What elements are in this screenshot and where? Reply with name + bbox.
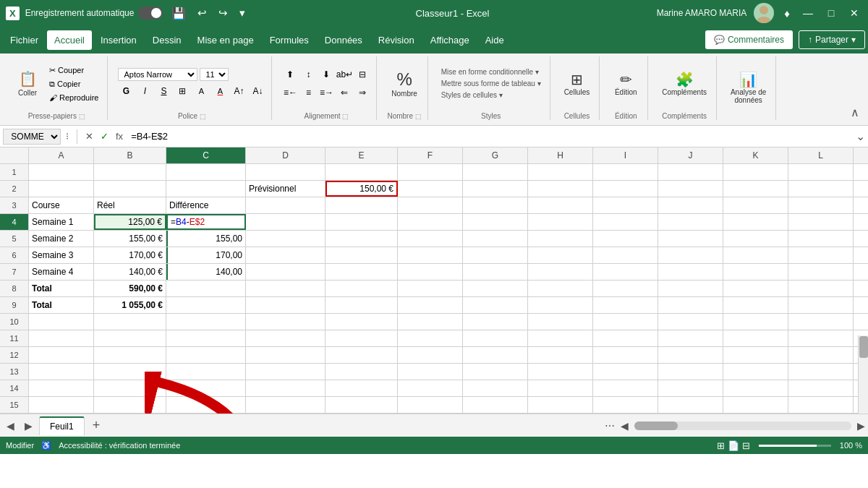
cell-d2[interactable]: Prévisionnel [246,181,326,197]
cell-styles-button[interactable]: Styles de cellules ▾ [438,90,544,100]
cell-e9[interactable] [326,297,398,313]
cell-b1[interactable] [94,164,166,180]
menu-donnees[interactable]: Données [318,30,370,50]
cell-d5[interactable] [246,231,326,247]
diamond-icon[interactable]: ♦ [781,6,793,21]
complements-button[interactable]: 🧩 Compléments [658,64,710,104]
cell-c1[interactable] [166,164,246,180]
cell-g6[interactable] [463,247,528,263]
cell-m4[interactable] [854,214,868,230]
col-header-m[interactable]: M [854,147,868,163]
cell-a4[interactable]: Semaine 1 [29,214,94,230]
menu-formules[interactable]: Formules [263,30,316,50]
cell-k1[interactable] [723,164,788,180]
partager-button[interactable]: ↑ Partager ▾ [799,30,865,49]
col-header-g[interactable]: G [463,147,528,163]
cell-e2[interactable]: 150,00 € [326,181,398,197]
merge-button[interactable]: ⊟ [354,67,370,82]
cell-a9[interactable]: Total [29,297,94,313]
couper-button[interactable]: ✂ Couper [46,64,101,77]
cell-m5[interactable] [854,231,868,247]
cell-h6[interactable] [528,247,593,263]
cell-m3[interactable] [854,197,868,213]
minimize-button[interactable]: — [800,5,816,21]
three-dot-menu[interactable]: ⋯ [605,420,615,432]
cell-b6[interactable]: 170,00 € [94,247,166,263]
cell-c8[interactable] [166,281,246,296]
col-header-d[interactable]: D [246,147,326,163]
menu-fichier[interactable]: Fichier [3,30,46,50]
align-top-button[interactable]: ⬆ [282,67,298,82]
cell-c3[interactable]: Différence [166,197,246,213]
col-header-b[interactable]: B [94,147,166,163]
cell-l3[interactable] [788,197,854,213]
cell-f7[interactable] [398,264,463,280]
cell-g5[interactable] [463,231,528,247]
align-center-button[interactable]: ≡ [300,85,316,100]
align-middle-button[interactable]: ↕ [300,67,316,82]
cell-b4[interactable]: 125,00 € [94,214,166,230]
cell-i8[interactable] [593,281,658,296]
cell-k4[interactable] [723,214,788,230]
cell-a8[interactable]: Total [29,281,94,296]
cell-b3[interactable]: Réel [94,197,166,213]
cell-i4[interactable] [593,214,658,230]
undo-icon[interactable]: ↩ [195,5,210,21]
cell-a7[interactable]: Semaine 4 [29,264,94,280]
cell-d9[interactable] [246,297,326,313]
cell-d7[interactable] [246,264,326,280]
cell-j3[interactable] [658,197,723,213]
cell-h9[interactable] [528,297,593,313]
cell-h1[interactable] [528,164,593,180]
scroll-thumb-vertical[interactable] [859,336,868,358]
cell-k2[interactable] [723,181,788,197]
row-num-1[interactable]: 1 [0,164,29,180]
fill-color-button[interactable]: A [193,83,209,99]
cell-h5[interactable] [528,231,593,247]
cell-j1[interactable] [658,164,723,180]
row-num-11[interactable]: 11 [0,330,29,346]
cell-k3[interactable] [723,197,788,213]
redo-icon[interactable]: ↪ [216,5,231,21]
col-header-h[interactable]: H [528,147,593,163]
cell-c2[interactable] [166,181,246,197]
cell-j6[interactable] [658,247,723,263]
col-header-i[interactable]: I [593,147,658,163]
cell-l5[interactable] [788,231,854,247]
scroll-left-icon[interactable]: ◀ [621,420,629,432]
cell-f1[interactable] [398,164,463,180]
cell-a3[interactable]: Course [29,197,94,213]
cell-k6[interactable] [723,247,788,263]
cell-l7[interactable] [788,264,854,280]
cell-i5[interactable] [593,231,658,247]
row-num-14[interactable]: 14 [0,380,29,396]
page-layout-icon[interactable]: 📄 [728,440,739,451]
cell-c5[interactable]: 155,00 [166,231,246,247]
cell-c7[interactable]: 140,00 [166,264,246,280]
cell-j8[interactable] [658,281,723,296]
cell-b7[interactable]: 140,00 € [94,264,166,280]
col-header-k[interactable]: K [723,147,788,163]
bold-button[interactable]: G [118,83,134,99]
cell-g1[interactable] [463,164,528,180]
cell-b5[interactable]: 155,00 € [94,231,166,247]
font-size-select[interactable]: 11 [200,68,229,81]
add-sheet-button[interactable]: + [88,416,106,435]
cell-g9[interactable] [463,297,528,313]
cell-c9[interactable] [166,297,246,313]
reproduire-button[interactable]: 🖌 Reproduire [46,92,101,103]
cell-l6[interactable] [788,247,854,263]
cell-j9[interactable] [658,297,723,313]
save-icon[interactable]: 💾 [169,5,189,22]
cell-l8[interactable] [788,281,854,296]
confirm-formula-icon[interactable]: ✓ [98,129,111,143]
cell-k9[interactable] [723,297,788,313]
text-wrap-button[interactable]: ab↵ [336,67,352,82]
cell-i7[interactable] [593,264,658,280]
cell-f8[interactable] [398,281,463,296]
cell-k8[interactable] [723,281,788,296]
conditional-format-button[interactable]: Mise en forme conditionnelle ▾ [438,67,544,77]
col-header-c[interactable]: C [166,147,246,163]
row-num-5[interactable]: 5 [0,231,29,247]
row-num-3[interactable]: 3 [0,197,29,213]
